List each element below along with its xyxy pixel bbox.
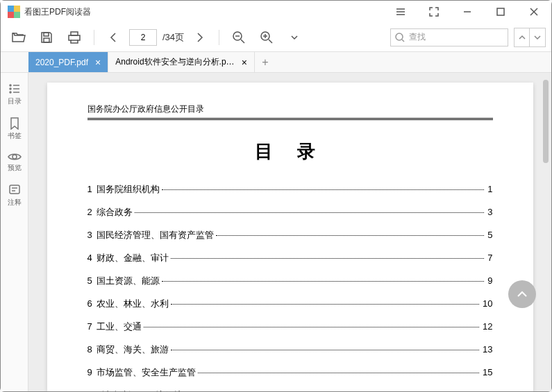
sidebar-item-annotations[interactable]: 注释 (8, 184, 22, 207)
app-logo-icon (8, 6, 20, 18)
toc-page: 10 (483, 298, 492, 309)
toc-page: 3 (487, 207, 492, 217)
toc-number: 7 (87, 321, 92, 332)
sidebar-item-preview[interactable]: 预览 (8, 152, 22, 173)
zoom-dropdown[interactable] (282, 25, 307, 50)
open-file-button[interactable] (6, 25, 31, 50)
toc-text: 国务院组织机构 (97, 183, 160, 196)
app-title: 看图王PDF阅读器 (24, 6, 91, 18)
divider (87, 118, 493, 119)
maximize-button[interactable] (490, 1, 511, 22)
pdf-page: 国务院办公厅政府信息公开目录 目 录 1国务院组织机构12综合政务33国民经济管… (47, 83, 533, 391)
toc-number: 1 (87, 184, 92, 194)
toc-entry[interactable]: 4财政、金融、审计7 (87, 252, 493, 264)
toc-page: 5 (487, 230, 492, 240)
svg-point-18 (396, 33, 403, 40)
toc-text: 市场监管、安全生产监管 (97, 366, 196, 379)
toc-text: 国土资源、能源 (97, 275, 160, 287)
toc-page: 12 (483, 321, 492, 332)
toc-text: 综合政务 (97, 206, 133, 219)
tab-label: Android软件安全与逆向分析.p… (115, 56, 234, 68)
sidebar: 目录 书签 预览 注释 (1, 73, 28, 391)
svg-rect-7 (44, 33, 49, 36)
toc-number: 10 (87, 390, 97, 391)
toc-number: 4 (87, 253, 92, 263)
sidebar-item-label: 目录 (8, 96, 22, 106)
app-window: 看图王PDF阅读器 (0, 0, 552, 392)
menu-button[interactable] (390, 1, 411, 22)
toc-page: 7 (487, 253, 492, 263)
toc-entry[interactable]: 7工业、交通12 (87, 321, 493, 333)
toc-entry[interactable]: 9市场监管、安全生产监管15 (87, 366, 493, 379)
document-title: 目 录 (87, 139, 493, 164)
close-icon[interactable]: × (95, 57, 101, 68)
new-tab-button[interactable]: + (255, 52, 276, 72)
toc-text: 国民经济管理、国有资产监管 (97, 229, 214, 241)
separator (219, 30, 219, 45)
prev-page-button[interactable] (101, 25, 126, 50)
toc-entry[interactable]: 5国土资源、能源9 (87, 275, 493, 287)
toc-number: 8 (87, 344, 92, 355)
toc-number: 2 (87, 207, 92, 217)
scrollbar[interactable] (543, 73, 550, 391)
toc-leader (144, 327, 479, 327)
toc-entry[interactable]: 1国务院组织机构1 (87, 183, 493, 196)
svg-rect-8 (44, 38, 49, 42)
svg-line-19 (402, 40, 404, 42)
toc-text: 财政、金融、审计 (97, 252, 169, 264)
next-page-button[interactable] (187, 25, 212, 50)
svg-rect-4 (497, 8, 504, 15)
toc-text: 商贸、海关、旅游 (97, 343, 169, 356)
search-prev-button[interactable] (515, 28, 530, 46)
toc-page: 16 (483, 390, 492, 391)
tab-label: 2020_PDF.pdf (35, 58, 88, 67)
separator (94, 30, 94, 45)
fullscreen-button[interactable] (424, 1, 444, 22)
zoom-in-button[interactable] (254, 25, 279, 50)
scroll-to-top-button[interactable] (508, 280, 536, 308)
svg-line-15 (269, 40, 272, 43)
save-button[interactable] (34, 25, 59, 50)
toc-entry[interactable]: 6农业、林业、水利10 (87, 298, 493, 310)
document-viewport[interactable]: 国务院办公厅政府信息公开目录 目 录 1国务院组织机构12综合政务33国民经济管… (28, 73, 551, 391)
toc-number: 3 (87, 230, 92, 240)
close-button[interactable] (524, 1, 544, 22)
svg-point-26 (12, 155, 17, 159)
toc-leader (171, 258, 485, 259)
toc-leader (171, 350, 479, 350)
sidebar-item-label: 预览 (8, 163, 22, 173)
scroll-thumb[interactable] (543, 80, 549, 163)
tab-active[interactable]: 2020_PDF.pdf × (28, 52, 108, 72)
svg-line-12 (241, 40, 244, 43)
toc-number: 9 (87, 367, 92, 377)
toc-entry[interactable]: 3国民经济管理、国有资产监管5 (87, 229, 493, 241)
minimize-button[interactable] (457, 1, 478, 22)
toc-entry[interactable]: 8商贸、海关、旅游13 (87, 343, 493, 356)
close-icon[interactable]: × (242, 57, 247, 68)
divider (87, 119, 493, 120)
search-placeholder: 查找 (409, 31, 426, 43)
toc-page: 13 (483, 344, 492, 355)
svg-point-20 (10, 85, 11, 86)
toc-leader (162, 189, 485, 190)
toc-page: 1 (487, 184, 492, 194)
search-nav (514, 28, 546, 47)
toc-entry[interactable]: 10城乡建设、环境保护16 (87, 389, 493, 391)
toc-leader (171, 304, 479, 305)
svg-rect-27 (10, 185, 19, 194)
print-button[interactable] (62, 25, 87, 50)
zoom-out-button[interactable] (226, 25, 251, 50)
sidebar-item-label: 书签 (8, 131, 22, 141)
sidebar-item-bookmarks[interactable]: 书签 (8, 117, 22, 141)
page-number-input[interactable] (129, 29, 157, 46)
toc-page: 15 (483, 367, 492, 377)
svg-point-24 (10, 92, 11, 93)
toc-entry[interactable]: 2综合政务3 (87, 206, 493, 219)
search-next-button[interactable] (530, 28, 545, 46)
toc-leader (198, 373, 479, 373)
toc-text: 城乡建设、环境保护 (101, 389, 183, 391)
search-input[interactable]: 查找 (390, 28, 508, 46)
sidebar-item-toc[interactable]: 目录 (8, 83, 22, 106)
toc-leader (135, 212, 485, 213)
tab-inactive[interactable]: Android软件安全与逆向分析.p… × (108, 52, 255, 72)
